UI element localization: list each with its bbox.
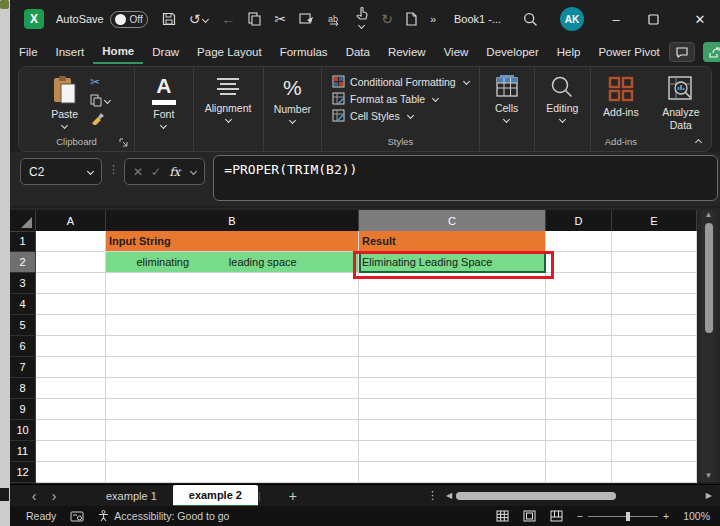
cell[interactable] xyxy=(36,273,106,294)
normal-view-icon[interactable] xyxy=(496,510,509,522)
sheet-tab-example1[interactable]: example 1 xyxy=(90,485,173,507)
sheet-options-icon[interactable]: ⋮ xyxy=(427,489,438,502)
row-header-7[interactable]: 7 xyxy=(10,357,36,378)
cell[interactable] xyxy=(612,399,697,420)
addins-button[interactable]: Add-ins xyxy=(595,73,647,120)
tab-help[interactable]: Help xyxy=(548,41,590,63)
cell[interactable] xyxy=(36,420,106,441)
cell[interactable] xyxy=(106,399,359,420)
enter-entry-button[interactable]: ✓ xyxy=(151,165,161,179)
avatar[interactable]: AK xyxy=(560,7,584,31)
conditional-formatting-button[interactable]: Conditional Formatting xyxy=(332,75,469,88)
tab-developer[interactable]: Developer xyxy=(477,41,547,63)
cell[interactable] xyxy=(36,378,106,399)
cell[interactable] xyxy=(359,378,546,399)
scroll-left-icon[interactable]: ◀ xyxy=(446,491,452,500)
tab-page-layout[interactable]: Page Layout xyxy=(188,41,271,63)
undo-button[interactable]: ↺ xyxy=(189,12,209,26)
cell[interactable] xyxy=(359,294,546,315)
next-sheet-icon[interactable]: › xyxy=(44,488,64,504)
column-header-c[interactable]: C xyxy=(359,210,546,232)
name-box[interactable]: C2 xyxy=(20,158,102,185)
add-sheet-button[interactable]: + xyxy=(289,488,297,504)
cell[interactable] xyxy=(106,462,359,483)
cell[interactable] xyxy=(546,420,612,441)
cell[interactable] xyxy=(359,315,546,336)
column-header-b[interactable]: B xyxy=(106,210,359,232)
cell[interactable] xyxy=(612,357,697,378)
cell-styles-button[interactable]: Cell Styles xyxy=(332,109,469,122)
autosave-control[interactable]: AutoSave Off xyxy=(56,11,148,28)
cell[interactable] xyxy=(106,336,359,357)
maximize-button[interactable] xyxy=(648,14,668,25)
zoom-level[interactable]: 100% xyxy=(683,510,710,522)
cell-c1[interactable]: Result xyxy=(359,231,546,252)
formula-input[interactable]: =PROPER(TRIM(B2)) xyxy=(213,155,718,201)
cell[interactable] xyxy=(612,336,697,357)
zoom-out-button[interactable]: − xyxy=(577,510,583,522)
new-file-icon[interactable] xyxy=(406,12,417,26)
insert-function-button[interactable]: fx xyxy=(169,165,180,179)
cell[interactable] xyxy=(36,462,106,483)
select-all-button[interactable] xyxy=(10,210,36,232)
cell[interactable] xyxy=(106,273,359,294)
format-painter-button[interactable] xyxy=(90,112,110,125)
cell[interactable] xyxy=(546,315,612,336)
close-button[interactable]: ✕ xyxy=(690,12,710,27)
touch-mode-button[interactable] xyxy=(356,7,368,32)
cell-a2[interactable] xyxy=(36,252,106,273)
font-button[interactable]: A Font xyxy=(144,73,184,130)
tab-file[interactable]: File xyxy=(10,41,47,63)
cut-button[interactable]: ✂ xyxy=(90,75,110,89)
cell[interactable] xyxy=(546,399,612,420)
row-header-11[interactable]: 11 xyxy=(10,441,36,462)
cell[interactable] xyxy=(106,420,359,441)
cell[interactable] xyxy=(546,273,612,294)
cell[interactable] xyxy=(546,357,612,378)
format-as-table-button[interactable]: Format as Table xyxy=(332,92,469,105)
tab-draw[interactable]: Draw xyxy=(143,41,188,63)
cell-d2[interactable] xyxy=(546,252,612,273)
column-header-d[interactable]: D xyxy=(546,210,612,232)
cell[interactable] xyxy=(359,273,546,294)
email-icon[interactable] xyxy=(299,13,314,25)
cancel-entry-button[interactable]: ✕ xyxy=(133,165,143,179)
cell[interactable] xyxy=(36,336,106,357)
autosave-toggle[interactable]: Off xyxy=(110,11,148,28)
column-header-e[interactable]: E xyxy=(612,210,697,232)
cell[interactable] xyxy=(359,441,546,462)
cell[interactable] xyxy=(612,315,697,336)
row-header-8[interactable]: 8 xyxy=(10,378,36,399)
cell[interactable] xyxy=(36,357,106,378)
minimize-button[interactable]: – xyxy=(606,12,626,27)
cell[interactable] xyxy=(359,420,546,441)
cell[interactable] xyxy=(546,336,612,357)
tab-home[interactable]: Home xyxy=(93,40,143,64)
vertical-scroll-thumb[interactable] xyxy=(705,223,713,333)
cell[interactable] xyxy=(36,399,106,420)
tab-view[interactable]: View xyxy=(435,41,478,63)
tab-power-pivot[interactable]: Power Pivot xyxy=(589,41,668,63)
copy-icon[interactable] xyxy=(248,12,261,26)
cell-b2[interactable]: eliminating leading space xyxy=(106,252,359,273)
cell[interactable] xyxy=(359,399,546,420)
cell[interactable] xyxy=(106,357,359,378)
macro-record-icon[interactable] xyxy=(70,511,84,522)
cell-d1[interactable] xyxy=(546,231,612,252)
cell[interactable] xyxy=(612,462,697,483)
editing-button[interactable]: Editing xyxy=(538,73,586,124)
row-header-4[interactable]: 4 xyxy=(10,294,36,315)
cell[interactable] xyxy=(36,294,106,315)
cell-e2[interactable] xyxy=(612,252,697,273)
zoom-slider-track[interactable] xyxy=(588,516,658,517)
cell[interactable] xyxy=(36,441,106,462)
worksheet-grid[interactable]: A B C D E 1 Input String Result 2 elimin… xyxy=(10,210,697,483)
cell[interactable] xyxy=(106,441,359,462)
share-button[interactable] xyxy=(703,42,720,62)
cell[interactable] xyxy=(106,378,359,399)
page-break-view-icon[interactable] xyxy=(550,510,563,522)
cell[interactable] xyxy=(612,420,697,441)
cell[interactable] xyxy=(546,294,612,315)
row-header-5[interactable]: 5 xyxy=(10,315,36,336)
cell[interactable] xyxy=(359,357,546,378)
